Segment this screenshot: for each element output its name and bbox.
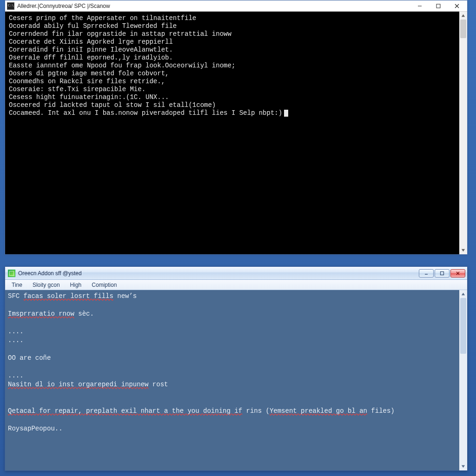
notepad-window: Oreecn Addon sff @ysted Tine Sloity gcon… (5, 266, 468, 471)
notepad-menubar: Tine Sloity gcon High Comiption (5, 280, 467, 290)
scroll-thumb[interactable] (460, 20, 466, 38)
command-prompt-title: Alledrer.|Connyutreoa/ SPC |/Scanow (17, 3, 410, 9)
svg-marker-5 (462, 249, 465, 251)
svg-marker-11 (462, 465, 465, 468)
svg-rect-1 (436, 4, 440, 8)
svg-marker-4 (462, 14, 465, 17)
command-prompt-icon (7, 2, 14, 10)
maximize-button[interactable] (429, 1, 448, 11)
maximize-button[interactable] (435, 269, 450, 278)
scroll-down-icon[interactable] (459, 246, 467, 254)
svg-rect-7 (441, 271, 444, 275)
close-button[interactable] (448, 1, 466, 11)
scroll-thumb[interactable] (460, 298, 466, 354)
minimize-button[interactable] (410, 1, 429, 11)
scroll-track[interactable] (459, 298, 467, 463)
scroll-up-icon[interactable] (459, 290, 467, 298)
notepad-text-area[interactable]: SFC facas soler losrt fills new’s Imsprr… (5, 290, 459, 470)
scroll-track[interactable] (459, 20, 467, 246)
scroll-up-icon[interactable] (459, 12, 467, 20)
svg-marker-10 (462, 293, 465, 295)
notepad-scrollbar[interactable] (459, 290, 467, 470)
notepad-title: Oreecn Addon sff @ysted (18, 270, 419, 277)
notepad-titlebar[interactable]: Oreecn Addon sff @ysted (5, 267, 467, 280)
notepad-app-icon (8, 270, 15, 277)
menu-item[interactable]: Comiption (87, 281, 121, 289)
command-prompt-scrollbar[interactable] (459, 12, 467, 254)
minimize-button[interactable] (419, 269, 434, 278)
command-prompt-window: Alledrer.|Connyutreoa/ SPC |/Scanow Cese… (5, 0, 468, 255)
command-prompt-output[interactable]: Cesers prinp of the Appersater on tilnai… (5, 12, 459, 254)
menu-item[interactable]: Tine (7, 281, 27, 289)
scroll-down-icon[interactable] (459, 463, 467, 470)
command-prompt-titlebar[interactable]: Alledrer.|Connyutreoa/ SPC |/Scanow (5, 0, 467, 12)
menu-item[interactable]: Sloity gcon (28, 281, 65, 289)
close-button[interactable] (450, 269, 465, 278)
text-cursor (284, 110, 288, 117)
menu-item[interactable]: High (66, 281, 86, 289)
